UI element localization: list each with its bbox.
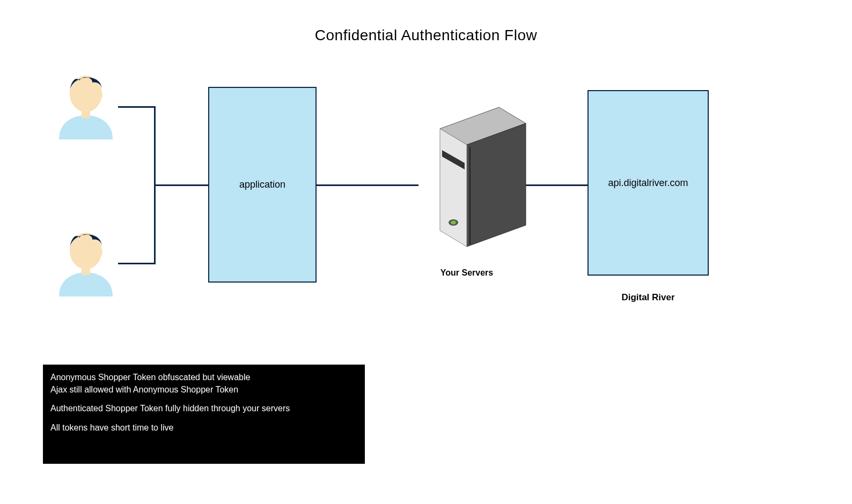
note-line: Ajax still allowed with Anonymous Shoppe… <box>50 385 238 394</box>
application-node-label: application <box>239 179 285 190</box>
note-line: Anonymous Shopper Token obfuscated but v… <box>50 373 250 382</box>
notes-panel: Anonymous Shopper Token obfuscated but v… <box>43 365 365 464</box>
connector-user2-h <box>118 263 156 264</box>
svg-point-6 <box>451 221 456 225</box>
note-line: All tokens have short time to live <box>50 423 173 432</box>
your-servers-label: Your Servers <box>413 268 520 278</box>
digital-river-label: Digital River <box>587 292 709 303</box>
user-icon <box>48 64 123 145</box>
note-line: Authenticated Shopper Token fully hidden… <box>50 404 290 413</box>
connector-users-to-app <box>154 184 208 186</box>
connector-user1-h <box>118 106 156 108</box>
svg-marker-3 <box>440 129 467 247</box>
diagram-canvas: application api.digitalriver.com Your Se… <box>0 0 852 504</box>
application-node: application <box>208 87 317 283</box>
user-icon <box>48 221 123 302</box>
server-icon <box>408 102 531 263</box>
api-node: api.digitalriver.com <box>587 90 709 276</box>
svg-marker-1 <box>467 123 526 247</box>
connector-app-to-server <box>317 184 418 186</box>
api-node-label: api.digitalriver.com <box>608 177 688 189</box>
svg-point-9 <box>96 91 102 100</box>
svg-point-12 <box>96 248 102 257</box>
